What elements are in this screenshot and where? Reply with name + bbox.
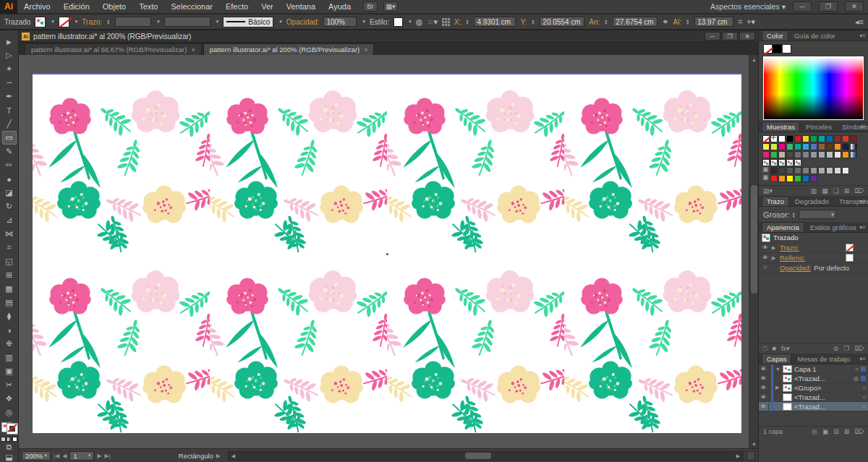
target-circle-icon[interactable]: ○ (862, 403, 866, 410)
document-titlebar[interactable]: Ai pattern illustrator.ai* al 200% (RGB/… (19, 30, 758, 43)
swatch-kinds-icon[interactable]: ▥ (811, 187, 817, 194)
swatch[interactable] (786, 175, 793, 182)
tool-gradient[interactable]: ▤ (2, 296, 17, 309)
tool-blend[interactable]: ◑ (2, 323, 17, 337)
appearance-stroke-swatch[interactable] (846, 244, 854, 252)
reference-point-icon[interactable] (442, 18, 450, 26)
stroke-weight-stepper[interactable]: ▲▼ (106, 19, 110, 25)
swatch[interactable] (786, 167, 793, 174)
resize-grip[interactable] (746, 451, 755, 461)
menu-ayuda[interactable]: Ayuda (322, 0, 357, 14)
swatch[interactable] (810, 135, 817, 142)
brush-definition-dropdown[interactable]: Básico (223, 17, 273, 27)
y-stepper[interactable]: ▲▼ (531, 19, 535, 25)
swatch[interactable] (810, 175, 817, 182)
swatch[interactable] (850, 151, 857, 158)
swatch[interactable] (770, 159, 778, 166)
workspace-switcher[interactable]: Aspectos esenciales ▾ (710, 2, 786, 11)
layer-name[interactable]: <Trazad... (794, 375, 825, 382)
swatch[interactable] (778, 143, 786, 150)
tab-brushes[interactable]: Pinceles (801, 122, 836, 132)
layer-name[interactable]: Capa 1 (794, 365, 817, 373)
x-field[interactable]: 4.9301 cm (474, 17, 516, 27)
menu-seleccionar[interactable]: Seleccionar (164, 0, 218, 14)
expand-triangle-icon[interactable]: ▶ (772, 245, 777, 251)
tool-rotate[interactable]: ↻ (2, 200, 17, 213)
layer-row-trazado3[interactable]: 👁 ▶ <Trazad... ○ (759, 402, 868, 411)
stroke-proxy-swatch[interactable] (7, 424, 17, 434)
locate-object-icon[interactable]: ◎ (812, 428, 817, 435)
layer-row-grupo[interactable]: 👁 ▶ <Grupo> ○ (759, 383, 868, 393)
layer-name[interactable]: <Trazad... (794, 403, 825, 411)
appearance-fill-label[interactable]: Relleno: (780, 254, 805, 262)
layer-row-capa1[interactable]: 👁 ▼ Capa 1 ○ (759, 364, 868, 374)
tab-graphic-styles[interactable]: Estilos gráficos (806, 223, 861, 232)
layer-name[interactable]: <Grupo> (794, 384, 822, 392)
screen-mode-icon[interactable]: ⬓ (2, 452, 17, 462)
width-stepper[interactable]: ▲▼ (604, 19, 608, 25)
swatch[interactable] (770, 143, 778, 150)
stroke-dropdown-icon[interactable]: ▾ (75, 19, 78, 25)
tool-free-transform[interactable]: ⌗ (2, 241, 17, 254)
swatch[interactable] (762, 151, 770, 158)
visibility-eye-icon[interactable]: 👁 (759, 385, 769, 391)
new-color-group-icon[interactable]: ❏ (833, 187, 839, 194)
height-field[interactable]: 13.97 cm (694, 17, 733, 27)
tool-eraser[interactable]: ◪ (2, 186, 17, 200)
collapse-panels-icon[interactable]: ◂≡ (855, 17, 864, 27)
fill-dropdown-icon[interactable]: ▾ (51, 19, 54, 25)
swatch[interactable] (826, 135, 833, 142)
status-menu-icon[interactable]: ▶ (216, 453, 221, 459)
visibility-eye-icon[interactable]: 👁 (762, 265, 769, 271)
target-circle-icon[interactable]: ○ (862, 394, 866, 401)
doc-close-button[interactable]: ✕ (739, 32, 755, 40)
swatch[interactable] (834, 143, 841, 150)
new-effect-icon[interactable]: fx▾ (781, 345, 790, 352)
appearance-fill-row[interactable]: 👁 ▶ Relleno: (759, 253, 868, 263)
swatch[interactable] (834, 135, 841, 142)
tool-shape-builder[interactable]: ◱ (2, 254, 17, 268)
swatch[interactable] (818, 143, 825, 150)
panel-menu-icon[interactable]: ▾≡ (859, 33, 866, 39)
width-profile-dd-icon[interactable]: ▾ (216, 19, 219, 25)
panel-menu-icon[interactable]: ▾≡ (859, 124, 866, 130)
swatch[interactable] (770, 175, 778, 182)
tool-scale[interactable]: ⊿ (2, 213, 17, 227)
brush-dd-icon[interactable]: ▾ (279, 19, 282, 25)
swatch[interactable] (842, 151, 849, 158)
stroke-weight-dd-icon[interactable]: ▾ (157, 19, 160, 25)
clear-appearance-icon[interactable]: ⊘ (833, 345, 839, 352)
minimize-button[interactable]: ─ (793, 1, 812, 12)
new-sublayer-icon[interactable]: ⊟ (833, 428, 839, 435)
none-mode-icon[interactable] (12, 437, 17, 442)
doc-maximize-button[interactable]: ❐ (722, 32, 738, 40)
target-circle-icon[interactable]: ◎ (854, 375, 859, 382)
panel-menu-icon[interactable]: ▾≡ (859, 356, 866, 362)
visibility-eye-icon[interactable]: 👁 (759, 375, 769, 382)
appearance-stroke-label[interactable]: Trazo: (780, 244, 799, 252)
tool-artboard[interactable]: ▣ (2, 364, 17, 378)
layer-row-trazado2[interactable]: 👁 ▶ <Trazad... ○ (759, 393, 868, 402)
scroll-left-icon[interactable]: ◀ (229, 452, 238, 461)
color-mode-icon[interactable] (1, 437, 6, 442)
tool-blob-brush[interactable]: ● (2, 172, 17, 186)
visibility-eye-icon[interactable]: 👁 (759, 403, 769, 410)
swatch[interactable] (802, 135, 809, 142)
layer-row-trazado1[interactable]: 👁 ▶ <Trazad... ◎ (759, 374, 868, 383)
swatch[interactable] (786, 159, 793, 166)
swatch[interactable] (802, 175, 809, 182)
swatch[interactable] (770, 167, 778, 174)
visibility-eye-icon[interactable]: 👁 (759, 394, 769, 401)
swatch[interactable] (842, 143, 849, 150)
stroke-weight-label[interactable]: Trazo: (82, 18, 102, 26)
new-stroke-icon[interactable]: □ (763, 345, 767, 352)
stroke-weight-field[interactable] (115, 17, 151, 27)
tab-close-icon[interactable]: × (364, 46, 367, 54)
canvas-viewport[interactable] (19, 55, 749, 448)
tool-line-segment[interactable]: ╱ (2, 117, 17, 131)
tab-layers[interactable]: Capas (762, 354, 791, 364)
visibility-eye-icon[interactable]: 👁 (762, 254, 769, 261)
menu-archivo[interactable]: Archivo (17, 0, 57, 14)
appearance-opacity-row[interactable]: 👁 ▶ Opacidad: Por defecto (759, 263, 868, 273)
tool-column-graph[interactable]: ▥ (2, 351, 17, 364)
